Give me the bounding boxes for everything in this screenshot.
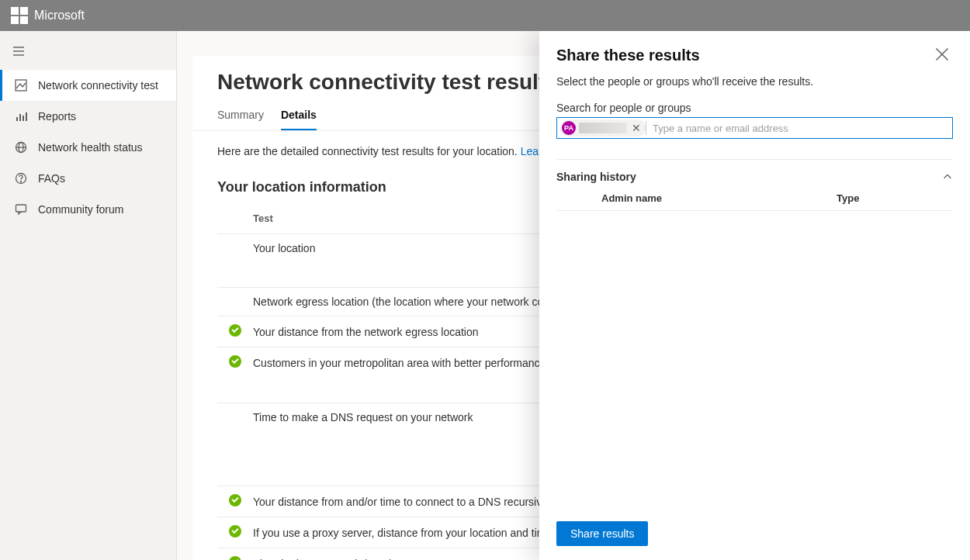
microsoft-squares-icon	[11, 7, 28, 24]
tab-details[interactable]: Details	[281, 109, 317, 130]
selected-person-pill: PA ✕	[560, 119, 646, 137]
history-col-type: Type	[837, 192, 953, 204]
sidebar-item-label: Network connectivity test	[38, 79, 158, 92]
top-bar: Microsoft	[0, 0, 970, 31]
sidebar-item-faqs[interactable]: FAQs	[0, 163, 176, 194]
svg-rect-7	[26, 112, 27, 121]
sidebar-item-reports[interactable]: Reports	[0, 101, 176, 132]
sidebar-item-label: FAQs	[38, 172, 65, 185]
globe-icon	[15, 141, 27, 154]
status-ok-icon	[229, 324, 241, 337]
svg-rect-5	[19, 114, 21, 121]
status-cell	[217, 288, 253, 316]
image-icon	[15, 79, 27, 92]
svg-point-12	[21, 181, 22, 182]
share-results-button[interactable]: Share results	[556, 521, 648, 546]
sidebar-item-label: Network health status	[38, 141, 143, 154]
people-picker[interactable]: PA ✕	[556, 117, 953, 139]
close-icon[interactable]	[934, 47, 950, 62]
svg-rect-6	[23, 116, 24, 121]
status-ok-icon	[229, 355, 241, 368]
status-cell	[217, 234, 253, 288]
status-cell	[217, 517, 253, 548]
redacted-name	[579, 123, 627, 133]
people-search-input[interactable]	[646, 121, 949, 135]
sidebar-item-network-connectivity-test[interactable]: Network connectivity test	[0, 70, 176, 101]
svg-rect-13	[16, 205, 26, 212]
sidebar-item-community-forum[interactable]: Community forum	[0, 194, 176, 225]
search-field-label: Search for people or groups	[556, 102, 953, 114]
brand-text: Microsoft	[34, 9, 85, 22]
sidebar-item-network-health-status[interactable]: Network health status	[0, 132, 176, 163]
status-ok-icon	[229, 494, 241, 506]
help-icon	[15, 172, 27, 185]
avatar: PA	[562, 121, 576, 135]
status-cell	[217, 486, 253, 517]
chevron-up-icon	[942, 171, 953, 182]
hamburger-menu-icon[interactable]	[0, 39, 176, 70]
tab-summary[interactable]: Summary	[217, 109, 264, 130]
status-ok-icon	[229, 556, 241, 560]
sidebar-item-label: Community forum	[38, 203, 123, 216]
bar-chart-icon	[15, 110, 27, 123]
status-cell	[217, 403, 253, 486]
left-sidebar: Network connectivity test Reports Networ…	[0, 31, 177, 560]
status-cell	[217, 316, 253, 347]
history-col-admin: Admin name	[556, 192, 837, 204]
sharing-history-toggle[interactable]: Sharing history	[556, 160, 953, 183]
panel-title: Share these results	[556, 47, 700, 64]
remove-person-icon[interactable]: ✕	[630, 122, 643, 134]
svg-rect-4	[16, 117, 18, 121]
status-cell	[217, 548, 253, 561]
share-panel: Share these results Select the people or…	[539, 31, 970, 560]
intro-text-span: Here are the detailed connectivity test …	[217, 145, 521, 157]
microsoft-logo[interactable]: Microsoft	[11, 7, 85, 24]
status-cell	[217, 347, 253, 403]
chat-icon	[15, 203, 27, 216]
history-header-row: Admin name Type	[556, 192, 953, 211]
panel-description: Select the people or groups who'll recei…	[556, 75, 953, 88]
sharing-history-title: Sharing history	[556, 171, 636, 183]
sidebar-item-label: Reports	[38, 110, 76, 123]
status-ok-icon	[229, 525, 241, 538]
